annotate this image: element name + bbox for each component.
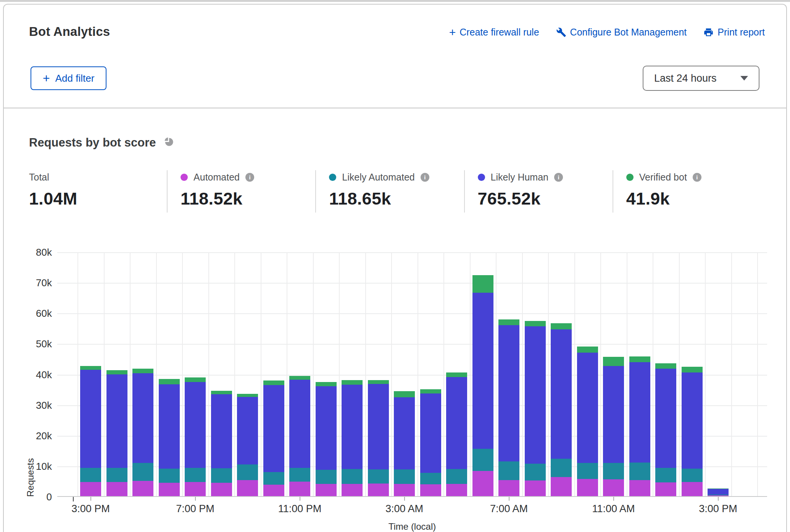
print-report-label: Print report <box>717 27 765 38</box>
segment-automated <box>316 484 337 496</box>
segment-automated <box>263 485 284 496</box>
x-axis: Time (local) 3:00 PM7:00 PM11:00 PM3:00 … <box>57 497 767 531</box>
configure-bot-management-link[interactable]: Configure Bot Management <box>556 27 687 38</box>
stat-total-label: Total <box>29 172 49 183</box>
bar-8-00-pm-5[interactable] <box>211 391 232 496</box>
create-firewall-rule-link[interactable]: + Create firewall rule <box>449 27 539 38</box>
bar-10-00-am-19[interactable] <box>577 347 598 496</box>
y-tick-10k: 10k <box>36 460 52 472</box>
bar-4-00-pm-1[interactable] <box>106 370 127 496</box>
x-tick-mark <box>300 497 300 501</box>
bar-3-00-pm-24[interactable] <box>708 488 729 496</box>
segment-verified-bot <box>682 367 703 372</box>
segment-automated <box>498 480 519 496</box>
segment-likely-human <box>263 385 284 472</box>
plus-icon: + <box>43 74 50 82</box>
segment-automated <box>80 482 101 496</box>
segment-likely-automated <box>289 468 310 481</box>
bar-8-00-am-17[interactable] <box>525 321 546 496</box>
x-tick-3-00-pm: 3:00 PM <box>71 503 110 515</box>
x-tick-mark <box>404 497 405 501</box>
time-range-select[interactable]: Last 24 hours <box>643 66 759 91</box>
y-tick-50k: 50k <box>36 338 52 350</box>
bar-7-00-am-16[interactable] <box>498 319 519 496</box>
info-icon[interactable]: i <box>421 173 429 182</box>
segment-likely-automated <box>655 468 676 482</box>
bar-2-00-pm-23[interactable] <box>682 367 703 496</box>
gridline-v <box>130 252 131 496</box>
bar-3-00-pm-0[interactable] <box>80 366 101 496</box>
segment-automated <box>525 480 546 496</box>
segment-likely-automated <box>237 464 258 480</box>
x-tick-mark <box>613 497 614 501</box>
print-report-link[interactable]: Print report <box>703 27 765 38</box>
bar-5-00-am-14[interactable] <box>446 372 467 496</box>
stat-automated: Automated i 118.52k <box>167 170 315 213</box>
bar-11-00-pm-8[interactable] <box>289 376 310 496</box>
x-tick-7-00-pm: 7:00 PM <box>176 503 214 515</box>
segment-likely-automated <box>525 464 546 480</box>
segment-likely-human <box>682 372 703 469</box>
segment-verified-bot <box>263 380 284 385</box>
bar-6-00-pm-3[interactable] <box>159 379 180 496</box>
bar-1-00-pm-22[interactable] <box>655 363 676 496</box>
info-icon[interactable]: i <box>245 173 254 182</box>
bar-9-00-pm-6[interactable] <box>237 394 258 496</box>
segment-likely-automated <box>551 459 572 477</box>
gridline-v <box>574 252 575 496</box>
x-tick-mark <box>90 497 91 501</box>
bar-6-00-am-15[interactable] <box>472 275 493 496</box>
bar-3-00-am-12[interactable] <box>394 391 415 496</box>
legend-dot-3 <box>626 174 634 181</box>
segment-verified-bot <box>289 376 310 380</box>
segment-likely-human <box>446 377 467 469</box>
configure-bot-management-label: Configure Bot Management <box>570 27 687 38</box>
gridline-v <box>156 252 157 496</box>
segment-likely-human <box>655 369 676 468</box>
segment-automated <box>342 484 363 496</box>
info-icon[interactable]: i <box>693 173 701 182</box>
add-filter-button[interactable]: + Add filter <box>31 66 106 90</box>
segment-verified-bot <box>159 379 180 384</box>
segment-verified-bot <box>446 372 467 377</box>
segment-likely-human <box>551 329 572 459</box>
bar-12-00-am-9[interactable] <box>316 382 337 496</box>
info-icon[interactable]: i <box>554 173 563 182</box>
segment-automated <box>655 482 676 496</box>
gridline-v <box>496 252 497 496</box>
bar-1-00-am-10[interactable] <box>342 380 363 496</box>
stat-likely-human: Likely Human i 765.52k <box>464 170 613 213</box>
bar-9-00-am-18[interactable] <box>551 323 572 496</box>
bar-12-00-pm-21[interactable] <box>629 356 650 496</box>
segment-likely-human <box>394 397 415 469</box>
segment-likely-human <box>132 373 153 463</box>
segment-likely-human <box>185 382 206 468</box>
segment-verified-bot <box>342 380 363 385</box>
segment-verified-bot <box>498 319 519 325</box>
top-edge-strip <box>0 0 790 2</box>
bar-10-00-pm-7[interactable] <box>263 380 284 496</box>
wrench-icon <box>556 27 566 37</box>
y-tick-70k: 70k <box>36 277 52 289</box>
segment-verified-bot <box>420 389 441 393</box>
pie-chart-icon <box>163 137 174 149</box>
bar-5-00-pm-2[interactable] <box>132 369 153 496</box>
segment-likely-automated <box>682 469 703 482</box>
stat-verified-bot-value: 41.9k <box>626 189 757 209</box>
bar-2-00-am-11[interactable] <box>368 380 389 496</box>
bar-11-00-am-20[interactable] <box>603 357 624 496</box>
segment-likely-human <box>603 366 624 463</box>
segment-automated <box>551 477 572 496</box>
y-tick-40k: 40k <box>36 369 52 380</box>
x-tick-3-00-pm: 3:00 PM <box>699 503 737 515</box>
gridline-v <box>443 252 444 496</box>
gridline-v <box>470 252 471 496</box>
bar-7-00-pm-4[interactable] <box>185 377 206 496</box>
plus-icon: + <box>449 28 456 37</box>
gridline-h-80k <box>57 252 767 253</box>
bar-4-00-am-13[interactable] <box>420 389 441 496</box>
x-tick-11-00-pm: 11:00 PM <box>278 503 322 515</box>
segment-likely-automated <box>577 463 598 479</box>
page-title: Bot Analytics <box>29 24 110 39</box>
segment-likely-automated <box>629 463 650 480</box>
